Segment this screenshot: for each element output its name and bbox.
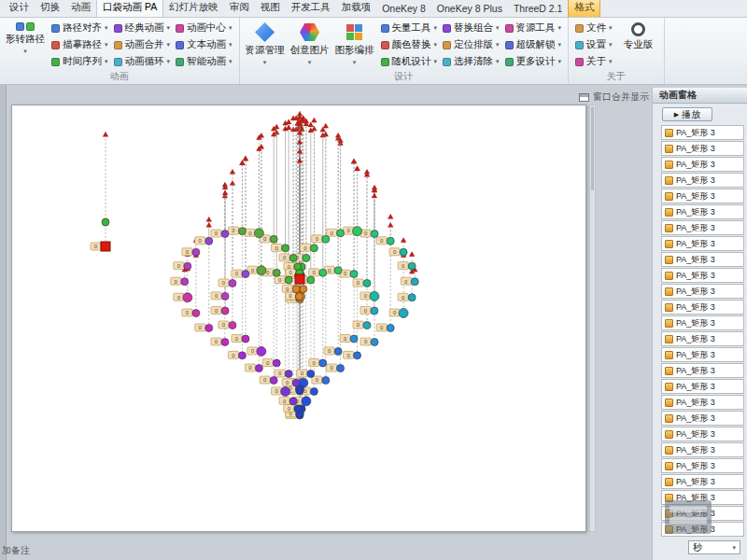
tab-6[interactable]: 视图: [255, 0, 286, 17]
heart-dot[interactable]: [310, 387, 317, 395]
heart-dot[interactable]: [371, 339, 378, 346]
ribbon-small-button[interactable]: 随机设计▾: [378, 54, 441, 70]
heart-dot[interactable]: [350, 335, 358, 343]
heart-dot[interactable]: [229, 279, 236, 287]
ribbon-small-button[interactable]: 描摹路径▾: [49, 37, 111, 53]
heart-dot[interactable]: [270, 377, 277, 385]
tab-3[interactable]: 口袋动画 PA: [96, 0, 163, 17]
heart-dot[interactable]: [370, 291, 379, 301]
heart-dot[interactable]: [334, 347, 342, 355]
ribbon-small-button[interactable]: 更多设计▾: [502, 54, 565, 70]
animation-item[interactable]: PA_矩形 3: [661, 474, 744, 489]
tab-12[interactable]: 格式: [568, 0, 600, 17]
tab-11[interactable]: ThreeD 2.1: [508, 1, 569, 17]
animation-item[interactable]: PA_矩形 3: [661, 300, 744, 315]
tab-2[interactable]: 动画: [65, 0, 96, 17]
heart-dot[interactable]: [337, 230, 345, 237]
ribbon-small-button[interactable]: 颜色替换▾: [378, 37, 441, 53]
heart-dot[interactable]: [302, 397, 311, 406]
heart-dot[interactable]: [371, 231, 378, 238]
resource-manager-button[interactable]: 资源管理 ▾: [244, 20, 287, 72]
heart-dot[interactable]: [289, 254, 297, 261]
heart-dot[interactable]: [285, 371, 292, 378]
heart-dot[interactable]: [229, 322, 236, 329]
play-button[interactable]: ▶ 播放: [662, 107, 712, 121]
heart-dot[interactable]: [192, 248, 200, 256]
heart-dot[interactable]: [273, 359, 280, 367]
heart-dot[interactable]: [353, 227, 362, 236]
ribbon-small-button[interactable]: 定位排版▾: [440, 37, 502, 53]
animation-item[interactable]: PA_矩形 3: [661, 173, 744, 188]
animation-item[interactable]: PA_矩形 3: [661, 236, 744, 251]
heart-dot[interactable]: [282, 245, 289, 252]
shape-arrange-button[interactable]: 图形编排 ▾: [333, 20, 376, 72]
heart-dot[interactable]: [411, 278, 418, 286]
heart-dot[interactable]: [354, 352, 361, 359]
heart-dot[interactable]: [192, 309, 200, 316]
creative-picture-button[interactable]: 创意图片 ▾: [289, 20, 331, 72]
shape-to-path-button[interactable]: 形转路径 ▾: [4, 20, 47, 72]
heart-dot[interactable]: [183, 293, 192, 302]
ribbon-small-button[interactable]: 选择清除▾: [440, 54, 502, 70]
tab-1[interactable]: 切换: [35, 0, 65, 17]
ribbon-small-button[interactable]: 文件▾: [572, 21, 615, 36]
heart-dot[interactable]: [303, 254, 310, 261]
tab-10[interactable]: OneKey 8 Plus: [431, 1, 508, 17]
animation-item[interactable]: PA_矩形 3: [661, 347, 744, 362]
animation-item[interactable]: PA_矩形 3: [661, 395, 744, 410]
tab-9[interactable]: OneKey 8: [376, 1, 431, 17]
heart-dot[interactable]: [255, 365, 262, 372]
heart-dot[interactable]: [205, 237, 213, 245]
scrollbar-thumb[interactable]: [591, 106, 594, 190]
ribbon-small-button[interactable]: 文本动画▾: [173, 37, 235, 53]
ribbon-small-button[interactable]: 智能动画▾: [173, 54, 235, 70]
ribbon-small-button[interactable]: 经典动画▾: [111, 21, 174, 36]
animation-item[interactable]: PA_矩形 3: [661, 331, 744, 346]
animation-item[interactable]: PA_矩形 3: [661, 315, 744, 330]
heart-dot[interactable]: [300, 286, 307, 293]
heart-dot[interactable]: [254, 229, 263, 238]
ribbon-small-button[interactable]: 动画合并▾: [111, 37, 174, 53]
heart-dot[interactable]: [257, 266, 266, 275]
heart-dot[interactable]: [285, 276, 292, 284]
animation-item[interactable]: PA_矩形 3: [661, 189, 744, 203]
slide-canvas[interactable]: 0000000000000000000000000000000000000000…: [11, 105, 586, 532]
heart-dot[interactable]: [322, 377, 330, 385]
heart-dot[interactable]: [273, 269, 280, 276]
tab-4[interactable]: 幻灯片放映: [163, 0, 224, 17]
heart-dot[interactable]: [221, 307, 229, 315]
heart-dot[interactable]: [310, 245, 317, 252]
heart-dot[interactable]: [408, 294, 416, 301]
heart-dot[interactable]: [281, 386, 290, 396]
heart-dot[interactable]: [295, 293, 303, 301]
heart-dot[interactable]: [387, 237, 394, 245]
animation-item[interactable]: PA_矩形 3: [661, 125, 744, 140]
seconds-dropdown[interactable]: 秒 ▾: [688, 540, 740, 554]
vertical-scrollbar[interactable]: [589, 105, 596, 532]
heart-dot[interactable]: [400, 248, 407, 256]
animation-item[interactable]: PA_矩形 3: [661, 204, 744, 219]
heart-dot[interactable]: [319, 359, 327, 367]
heart-dot[interactable]: [371, 307, 378, 315]
heart-dot[interactable]: [238, 228, 246, 235]
heart-dot[interactable]: [221, 231, 229, 238]
animation-item[interactable]: PA_矩形 3: [661, 363, 744, 378]
ribbon-small-button[interactable]: 矢量工具▾: [378, 21, 441, 36]
animation-item[interactable]: PA_矩形 3: [661, 220, 744, 235]
ribbon-small-button[interactable]: 资源工具▾: [502, 21, 565, 36]
ribbon-small-button[interactable]: 动画中心▾: [173, 21, 235, 36]
heart-dot[interactable]: [242, 271, 249, 278]
heart-dot[interactable]: [270, 235, 277, 243]
heart-dot[interactable]: [334, 267, 342, 274]
heart-dot[interactable]: [238, 352, 246, 359]
ribbon-small-button[interactable]: 设置▾: [572, 37, 615, 53]
ribbon-small-button[interactable]: 替换组合▾: [440, 21, 502, 36]
heart-dot[interactable]: [102, 218, 109, 226]
tab-7[interactable]: 开发工具: [286, 0, 336, 17]
heart-dot[interactable]: [307, 371, 315, 378]
ribbon-small-button[interactable]: 超级解锁▾: [502, 37, 565, 53]
animation-item[interactable]: PA_矩形 3: [661, 411, 744, 426]
selected-shape[interactable]: [101, 242, 110, 251]
heart-dot[interactable]: [184, 262, 191, 270]
ribbon-small-button[interactable]: 动画循环▾: [111, 54, 174, 70]
